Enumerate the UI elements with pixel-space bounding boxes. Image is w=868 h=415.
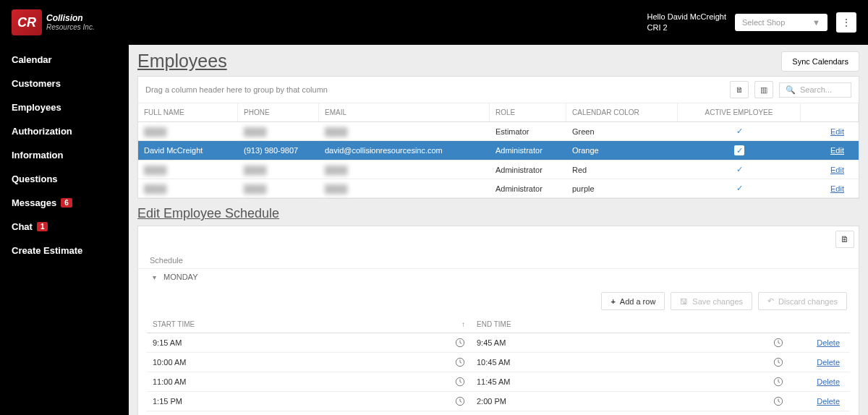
schedule-row[interactable]: 10:00 AM10:45 AMDelete [147,353,850,372]
table-row[interactable]: ████████████EstimatorGreen✓Edit [138,122,859,141]
search-placeholder: Search... [800,85,832,94]
search-input[interactable]: 🔍 Search... [779,82,851,98]
sidebar-item-customers[interactable]: Customers [0,72,129,95]
col-header-end-time[interactable]: END TIME [471,316,789,333]
schedule-row[interactable]: 1:15 PM2:00 PMDelete [147,392,850,411]
col-header-role[interactable]: ROLE [490,103,566,121]
cell-email: ████ [319,180,490,197]
sidebar-item-authorization[interactable]: Authorization [0,119,129,143]
shop-select-label: Select Shop [742,18,785,27]
edit-link[interactable]: Edit [830,184,844,193]
sidebar-nav: Calendar Customers Employees Authorizati… [0,45,129,415]
cell-color: Orange [566,142,678,159]
edit-link[interactable]: Edit [830,166,844,174]
cell-start-time[interactable]: 11:00 AM [147,372,471,391]
cell-role: Administrator [490,161,566,179]
kebab-icon: ⋮ [842,17,851,27]
cell-end-time[interactable]: 3:00 PM [471,411,789,415]
group-hint: Drag a column header here to group by th… [145,85,328,94]
cell-active: ✓ [678,141,801,160]
schedule-grid-header: START TIME↑ END TIME [147,316,850,333]
column-chooser-button[interactable]: ▥ [754,81,773,98]
col-header-delete [789,316,850,333]
cell-role: Estimator [490,123,566,140]
schedule-panel: 🗎 Schedule ▾ MONDAY +Add a row 🖫Save cha… [137,226,859,415]
active-checkbox[interactable]: ✓ [734,145,744,155]
edit-link[interactable]: Edit [830,127,844,136]
cell-email: ████ [319,123,490,140]
sidebar-item-questions[interactable]: Questions [0,167,129,191]
cell-start-time[interactable]: 1:15 PM [147,392,471,411]
overflow-menu-button[interactable]: ⋮ [836,12,856,33]
table-row[interactable]: ████████████Administratorpurple✓Edit [138,179,859,198]
col-header-start-time[interactable]: START TIME↑ [147,316,471,333]
monday-schedule-grid: +Add a row 🖫Save changes ↶Discard change… [138,285,859,415]
excel-icon: 🗎 [841,234,849,244]
day-row-monday[interactable]: ▾ MONDAY [138,268,859,285]
cell-start-time[interactable]: 2:15 PM [147,411,471,415]
caret-down-icon: ▼ [812,18,820,27]
cell-full-name: ████ [138,180,238,197]
sidebar-item-chat[interactable]: Chat1 [0,215,129,239]
cell-color: Green [566,123,678,140]
clock-icon [455,338,465,348]
clock-icon [455,357,465,367]
sidebar-item-employees[interactable]: Employees [0,95,129,119]
table-row[interactable]: ████████████AdministratorRed✓Edit [138,161,859,179]
sidebar-item-information[interactable]: Information [0,143,129,167]
undo-icon: ↶ [767,296,774,306]
delete-link[interactable]: Delete [817,397,840,406]
cell-end-time[interactable]: 11:45 AM [471,372,789,391]
save-changes-button[interactable]: 🖫Save changes [671,292,752,310]
clock-icon [773,338,783,348]
cell-end-time[interactable]: 9:45 AM [471,333,789,352]
edit-link[interactable]: Edit [830,146,844,155]
schedule-row[interactable]: 9:15 AM9:45 AMDelete [147,333,850,353]
sidebar-item-messages[interactable]: Messages6 [0,191,129,215]
col-header-email[interactable]: EMAIL [319,103,490,121]
cell-full-name: ████ [138,123,238,140]
shop-select-dropdown[interactable]: Select Shop ▼ [735,14,827,31]
cell-email: david@collisionresourcesinc.com [319,142,490,159]
check-icon: ✓ [736,127,743,135]
col-header-active[interactable]: ACTIVE EMPLOYEE [678,103,801,121]
sidebar-item-calendar[interactable]: Calendar [0,48,129,72]
messages-badge: 6 [61,198,72,208]
delete-link[interactable]: Delete [817,358,840,367]
cell-email: ████ [319,161,490,179]
clock-icon [773,396,783,406]
sort-asc-icon: ↑ [461,320,465,328]
check-icon: ✓ [736,165,743,174]
chat-badge: 1 [37,222,48,231]
schedule-row[interactable]: 2:15 PM3:00 PMDelete [147,411,850,415]
cell-start-time[interactable]: 9:15 AM [147,333,471,352]
cell-start-time[interactable]: 10:00 AM [147,353,471,372]
cell-end-time[interactable]: 10:45 AM [471,353,789,372]
cell-full-name: David McCreight [138,142,238,159]
sidebar-item-create-estimate[interactable]: Create Estimate [0,239,129,262]
export-excel-button[interactable]: 🗎 [730,81,749,98]
schedule-section-title: Edit Employee Schedule [137,206,859,221]
day-label-monday: MONDAY [163,273,197,281]
table-row[interactable]: David McCreight(913) 980-9807david@colli… [138,141,859,161]
delete-link[interactable]: Delete [817,377,840,386]
delete-link[interactable]: Delete [817,338,840,347]
col-header-calendar-color[interactable]: CALENDAR COLOR [566,103,678,121]
sync-calendars-button[interactable]: Sync Calendars [781,51,859,72]
cell-end-time[interactable]: 2:00 PM [471,392,789,411]
col-header-phone[interactable]: PHONE [238,103,319,121]
page-title: Employees [137,51,227,72]
cell-color: Red [566,161,678,179]
top-header: CR Collision Resources Inc. Hello David … [0,0,868,45]
greeting-sub: CRI 2 [647,22,726,33]
main-content[interactable]: Employees Sync Calendars Drag a column h… [129,45,868,415]
cell-color: purple [566,180,678,197]
schedule-export-button[interactable]: 🗎 [835,231,854,248]
cell-phone: ████ [238,180,319,197]
add-row-button[interactable]: +Add a row [601,292,665,310]
brand-logo: CR Collision Resources Inc. [12,9,95,35]
excel-icon: 🗎 [736,85,744,94]
col-header-full-name[interactable]: FULL NAME [138,103,238,121]
schedule-row[interactable]: 11:00 AM11:45 AMDelete [147,372,850,392]
discard-changes-button[interactable]: ↶Discard changes [758,292,847,310]
